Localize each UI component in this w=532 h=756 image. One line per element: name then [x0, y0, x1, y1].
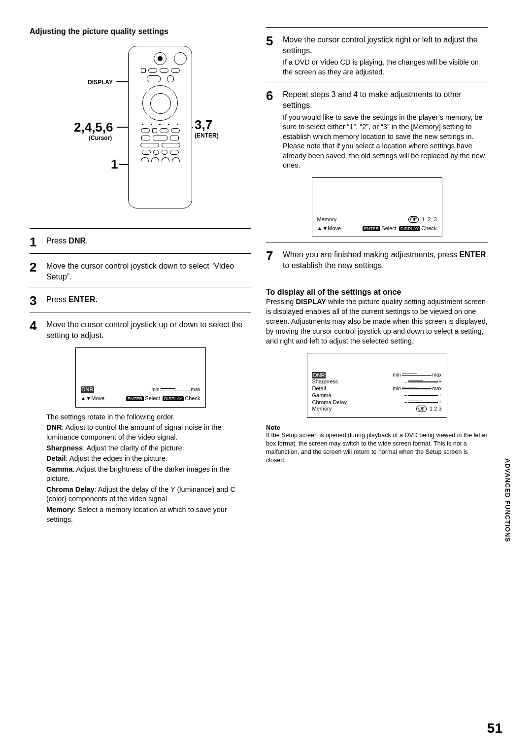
lead-left-sub: (Cursor)	[89, 134, 112, 141]
setting-dnr: DNR: Adjust to control the amount of sig…	[46, 423, 251, 442]
step-1: 1 Press DNR.	[30, 236, 251, 248]
osd-memory-label: Memory	[317, 216, 337, 223]
osd-scale: min max	[151, 387, 200, 393]
side-tab: ADVANCED FUNCTIONS	[504, 458, 511, 542]
lead-right-steps: 3,7	[195, 117, 212, 133]
right-column: 5 Move the cursor control joystick right…	[266, 27, 488, 525]
step-5: 5 Move the cursor control joystick right…	[266, 34, 488, 77]
lead-bottom-step: 1	[111, 157, 118, 172]
lead-left-steps: 2,4,5,6	[74, 120, 113, 135]
setting-memory: Memory: Select a memory location at whic…	[46, 505, 251, 524]
setting-gamma: Gamma: Adjust the brightness of the dark…	[46, 465, 251, 484]
display-all-heading: To display all of the settings at once	[266, 288, 488, 297]
step-4: 4 Move the cursor control joystick up or…	[30, 319, 251, 341]
osd-setting-name: DNR	[81, 386, 95, 393]
lead-display: DISPLAY	[88, 78, 113, 86]
step-7: 7 When you are finished making adjustmen…	[266, 249, 488, 271]
osd-all-settings: DNR minmax Sharpness –+ Detail minmax Ga…	[307, 353, 447, 418]
setting-sharpness: Sharpness: Adjust the clarity of the pic…	[46, 444, 251, 453]
note-title: Note	[266, 424, 488, 431]
remote-diagram: DISPLAY 2,4,5,6 (Cursor) 1 3,7 (ENTER)	[30, 46, 251, 223]
section-title: Adjusting the picture quality settings	[30, 27, 251, 36]
lead-right-sub: (ENTER)	[195, 131, 219, 139]
osd-move-hint: ▲▼Move	[81, 395, 105, 402]
note-body: If the Setup screen is opened during pla…	[266, 431, 488, 465]
left-column: Adjusting the picture quality settings D…	[30, 27, 251, 525]
setting-detail: Detail: Adjust the edges in the picture.	[46, 454, 251, 464]
step-2: 2 Move the cursor control joystick down …	[30, 261, 251, 282]
osd-memory-options: Off 1 2 3	[408, 216, 437, 223]
setting-chroma-delay: Chroma Delay: Adjust the delay of the Y …	[46, 485, 251, 504]
step-6: 6 Repeat steps 3 and 4 to make adjustmen…	[266, 89, 488, 171]
osd-single-setting: DNR min max ▲▼Move ENTERSelect DISPLAYCh…	[75, 347, 206, 408]
display-all-body: Pressing DISPLAY while the picture quali…	[266, 297, 488, 346]
step-3: 3 Press ENTER.	[30, 294, 251, 307]
remote-body	[128, 46, 192, 208]
page-number: 51	[487, 721, 502, 736]
rotate-intro: The settings rotate in the following ord…	[46, 412, 251, 422]
osd-hints: ENTERSelect DISPLAYCheck	[125, 395, 200, 402]
osd-memory: Memory Off 1 2 3 ▲▼Move ENTERSelect DISP…	[312, 177, 442, 238]
